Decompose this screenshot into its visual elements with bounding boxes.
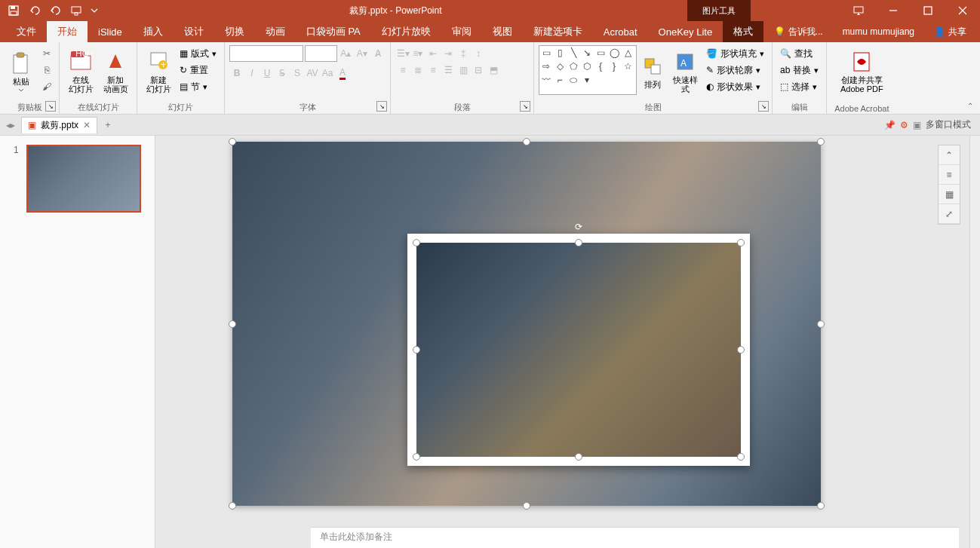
selection-handle[interactable] [413, 239, 420, 246]
shadow-icon[interactable]: S [290, 65, 305, 81]
paste-button[interactable]: 粘贴 [5, 45, 38, 98]
add-tab-icon[interactable]: ＋ [100, 118, 115, 133]
align-left-icon[interactable]: ≡ [395, 62, 410, 78]
text-direction-icon[interactable]: ↕ [471, 45, 486, 62]
gear-icon[interactable]: ⚙ [900, 120, 908, 130]
tab-newtab[interactable]: 新建选项卡 [523, 21, 593, 42]
tab-pa[interactable]: 口袋动画 PA [296, 21, 371, 42]
close-icon[interactable] [945, 0, 980, 21]
new-anim-button[interactable]: 新加 动画页 [99, 45, 132, 98]
shape-triangle-icon[interactable]: △ [622, 47, 633, 58]
shape-pentagon-icon[interactable]: ⬠ [568, 61, 579, 72]
close-tab-icon[interactable]: ✕ [83, 120, 91, 130]
clear-format-icon[interactable]: A̷ [371, 45, 386, 62]
slide[interactable]: ⟳ [232, 142, 821, 506]
shape-lbrace-icon[interactable]: { [595, 61, 606, 72]
copy-icon[interactable]: ⎘ [39, 62, 54, 78]
notes-pane[interactable]: 单击此处添加备注 [311, 527, 959, 548]
vertical-scrollbar[interactable] [969, 136, 980, 548]
redo-icon[interactable] [45, 0, 66, 21]
selection-handle[interactable] [737, 346, 745, 354]
tab-onekey[interactable]: OneKey Lite [648, 21, 723, 42]
shape-vtext-icon[interactable]: ▯ [555, 47, 565, 58]
new-slide-button[interactable]: + 新建 幻灯片 [142, 45, 175, 98]
collapse-ribbon-icon[interactable]: ⌃ [963, 100, 977, 111]
rotate-handle-icon[interactable]: ⟳ [575, 222, 582, 232]
numbering-icon[interactable]: ≡▾ [410, 45, 425, 62]
slide-canvas-area[interactable]: ⟳ ⌃ ≡ ▦ ⤢ 单击此处添加备注 [155, 136, 969, 548]
shape-curve-icon[interactable]: 〰 [541, 75, 551, 85]
tab-review[interactable]: 审阅 [441, 21, 482, 42]
shape-connector-icon[interactable]: ⌐ [555, 75, 565, 85]
align-center-icon[interactable]: ≣ [410, 62, 425, 78]
undo-icon[interactable] [24, 0, 45, 21]
underline-icon[interactable]: U [260, 65, 275, 81]
user-name[interactable]: mumu mumujiang [837, 26, 920, 37]
tell-me-search[interactable]: 💡告诉我... [766, 26, 831, 38]
selection-handle[interactable] [229, 320, 236, 328]
shape-line-icon[interactable]: ╲ [568, 47, 579, 58]
selection-handle[interactable] [229, 502, 236, 510]
tab-animations[interactable]: 动画 [255, 21, 296, 42]
font-size-input[interactable] [305, 45, 337, 62]
shape-oval-icon[interactable]: ◯ [609, 47, 619, 58]
selection-handle[interactable] [523, 138, 530, 145]
line-spacing-icon[interactable]: ‡ [456, 45, 471, 62]
tab-design[interactable]: 设计 [174, 21, 214, 42]
find-button[interactable]: 🔍查找 [777, 45, 822, 62]
shape-textbox-icon[interactable]: ▭ [541, 47, 551, 58]
justify-icon[interactable]: ☰ [441, 62, 456, 78]
selection-handle[interactable] [523, 502, 530, 510]
tab-home[interactable]: 开始 [47, 21, 88, 42]
cut-icon[interactable]: ✂ [39, 45, 54, 62]
align-grid-icon[interactable]: ▦ [939, 185, 960, 204]
thumb-item[interactable]: 1 [14, 145, 141, 213]
maximize-icon[interactable] [911, 0, 945, 21]
selection-handle[interactable] [575, 239, 582, 246]
selection-handle[interactable] [413, 346, 420, 354]
selected-picture[interactable]: ⟳ [407, 234, 750, 466]
tab-insert[interactable]: 插入 [133, 21, 174, 42]
font-launcher[interactable]: ↘ [376, 101, 387, 112]
save-icon[interactable] [3, 0, 24, 21]
shape-outline-button[interactable]: ✎形状轮廓 ▾ [703, 62, 767, 78]
shape-rarrow-icon[interactable]: ⇨ [541, 61, 551, 72]
shape-hexagon-icon[interactable]: ⬡ [582, 61, 592, 72]
multi-window-label[interactable]: 多窗口模式 [926, 118, 971, 131]
selection-handle[interactable] [413, 453, 420, 461]
shape-rbrace-icon[interactable]: } [609, 61, 619, 72]
shapes-gallery[interactable]: ▭ ▯ ╲ ↘ ▭ ◯ △ ⇨ ◇ ⬠ ⬡ { } ☆ 〰 ⌐ ⬭ ▾ [539, 45, 637, 95]
create-pdf-button[interactable]: 创建并共享 Adobe PDF [831, 45, 892, 98]
select-button[interactable]: ⬚选择 ▾ [777, 78, 822, 95]
increase-indent-icon[interactable]: ⇥ [441, 45, 456, 62]
increase-font-icon[interactable]: A▴ [339, 45, 353, 62]
selection-handle[interactable] [817, 138, 825, 145]
slide-thumbnail[interactable] [26, 145, 141, 213]
shape-more-icon[interactable]: ▾ [582, 75, 592, 85]
selection-handle[interactable] [229, 138, 236, 145]
tab-transitions[interactable]: 切换 [214, 21, 255, 42]
pin-icon[interactable]: 📌 [884, 120, 896, 130]
bold-icon[interactable]: B [229, 65, 244, 81]
tab-nav-icon[interactable]: ◂▸ [3, 120, 18, 130]
decrease-font-icon[interactable]: A▾ [355, 45, 369, 62]
shape-fill-button[interactable]: 🪣形状填充 ▾ [703, 45, 767, 62]
tab-format[interactable]: 格式 [723, 21, 763, 42]
italic-icon[interactable]: I [244, 65, 260, 81]
change-case-icon[interactable]: Aa [320, 65, 335, 81]
shape-arrow-icon[interactable]: ↘ [582, 47, 592, 58]
shape-diamond-icon[interactable]: ◇ [555, 61, 565, 72]
decrease-indent-icon[interactable]: ⇤ [425, 45, 441, 62]
font-color-icon[interactable]: A [335, 65, 350, 81]
replace-button[interactable]: ab替换 ▾ [777, 62, 822, 78]
fit-icon[interactable]: ⤢ [939, 204, 960, 224]
columns-icon[interactable]: ▥ [456, 62, 471, 78]
align-top-icon[interactable]: ⌃ [939, 145, 960, 165]
selection-handle[interactable] [817, 320, 825, 328]
selection-handle[interactable] [575, 453, 582, 461]
font-family-input[interactable] [229, 45, 303, 62]
arrange-button[interactable]: 排列 [638, 45, 667, 98]
ribbon-options-icon[interactable] [841, 0, 876, 21]
qat-customize-icon[interactable] [88, 0, 101, 21]
align-text-icon[interactable]: ⊟ [471, 62, 486, 78]
